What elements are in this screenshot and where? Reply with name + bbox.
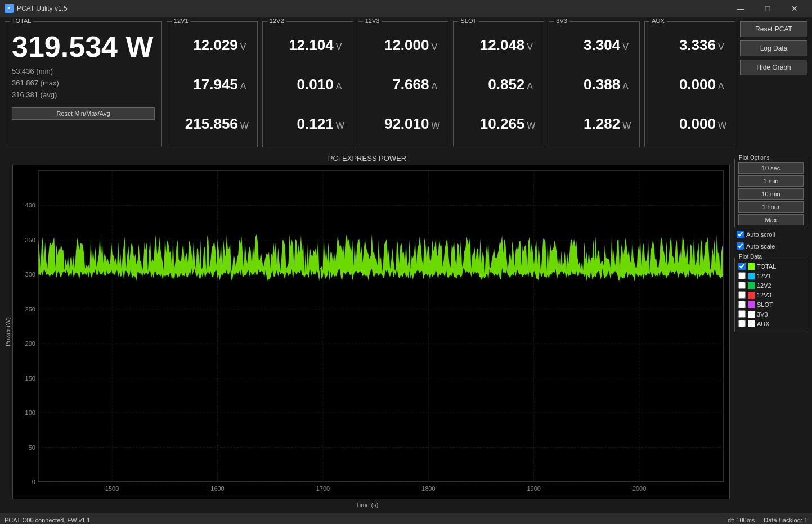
plot-time-btn-max[interactable]: Max [738,214,804,225]
svg-text:1900: 1900 [527,485,540,492]
auto-scroll-label: Auto scroll [746,231,775,238]
app-icon: P [5,4,14,13]
power-value: 0.000 [679,115,716,133]
main-content: TOTAL 319.534 W 53.436 (min) 361.867 (ma… [0,17,812,524]
voltage-row: 12.104 V [268,37,347,54]
color-box-total [748,263,755,270]
voltage-unit: V [431,42,442,52]
plot-time-btn-10-sec[interactable]: 10 sec [738,162,804,174]
metric-panel-12v2: 12V2 12.104 V 0.010 A 0.121 W [262,21,353,147]
svg-text:50: 50 [29,444,35,451]
voltage-unit: V [622,42,634,52]
data-row-12v1: 12V1 [738,271,804,281]
voltage-row: 3.336 V [651,37,729,54]
color-box-12v2 [748,282,755,289]
current-unit: A [336,82,347,92]
metric-panel-slot: SLOT 12.048 V 0.852 A 10.265 W [453,21,544,147]
svg-text:300: 300 [25,271,35,278]
chart-area: 0501001502002503003504001500160017001800… [12,165,730,499]
plot-data-items: TOTAL12V112V212V3SLOT3V3AUX [738,261,804,328]
right-buttons: Reset PCAT Log Data Hide Graph [740,21,807,147]
data-checkbox-total[interactable] [738,263,746,270]
titlebar: P PCAT Utility v1.5 — □ ✕ [0,0,812,17]
plot-time-btn-1-hour[interactable]: 1 hour [738,201,804,213]
data-label-12v3: 12V3 [757,292,771,299]
minimize-button[interactable]: — [728,0,753,17]
maximize-button[interactable]: □ [755,0,780,17]
svg-text:1600: 1600 [210,485,224,492]
auto-scale-checkbox[interactable] [737,242,744,250]
reset-pcat-button[interactable]: Reset PCAT [740,21,807,37]
y-axis-label: Power (W) [5,165,11,499]
power-value: 92.010 [384,115,429,133]
auto-scroll-checkbox[interactable] [737,231,744,238]
total-avg: 316.381 (avg) [12,89,59,101]
data-checkbox-slot[interactable] [738,301,746,308]
current-row: 0.000 A [651,76,729,93]
titlebar-controls: — □ ✕ [728,0,807,17]
data-row-aux: AUX [738,319,804,328]
reset-minmaxavg-button[interactable]: Reset Min/Max/Avg [12,107,155,120]
power-chart-svg: 0501001502002503003504001500160017001800… [13,165,729,499]
data-row-12v2: 12V2 [738,281,804,290]
current-unit: A [431,82,442,92]
total-wattage: 319.534 W [12,32,154,61]
metric-label-3v3: 3V3 [554,17,569,24]
x-axis-label: Time (s) [5,502,730,508]
plot-options-title: Plot Options 10 sec1 min10 min1 hourMax [734,159,807,227]
power-unit: W [622,121,634,131]
voltage-row: 12.029 V [173,37,252,54]
svg-text:200: 200 [25,340,35,347]
auto-scroll-row: Auto scroll [734,229,807,239]
voltage-unit: V [240,42,252,52]
metric-panel-12v1: 12V1 12.029 V 17.945 A 215.856 W [167,21,258,147]
current-row: 7.668 A [364,76,443,93]
power-unit: W [527,121,538,131]
voltage-unit: V [527,42,538,52]
metric-panel-aux: AUX 3.336 V 0.000 A 0.000 W [644,21,735,147]
current-value: 0.852 [488,76,524,93]
svg-text:250: 250 [25,306,35,313]
data-checkbox-3v3[interactable] [738,310,746,318]
total-label: TOTAL [10,17,33,24]
data-label-total: TOTAL [757,263,776,270]
total-stats: 53.436 (min) 361.867 (max) 316.381 (avg) [12,66,59,101]
current-row: 17.945 A [173,76,252,93]
data-label-slot: SLOT [757,301,773,308]
data-checkbox-12v1[interactable] [738,272,746,279]
svg-rect-30 [38,171,724,482]
current-value: 0.388 [584,76,620,93]
auto-scale-row: Auto scale [734,241,807,251]
voltage-value: 12.104 [289,37,334,54]
color-box-aux [748,320,755,327]
log-data-button[interactable]: Log Data [740,40,807,56]
data-checkbox-12v2[interactable] [738,282,746,289]
metric-label-12v3: 12V3 [363,17,382,24]
backlog-status: Data Backlog: 1 [764,517,807,523]
voltage-value: 12.029 [193,37,238,54]
total-min: 53.436 (min) [12,66,59,78]
power-row: 215.856 W [173,115,252,133]
voltage-row: 12.048 V [459,37,538,54]
hide-graph-button[interactable]: Hide Graph [740,60,807,75]
power-row: 1.282 W [555,115,634,133]
svg-text:1700: 1700 [316,485,330,492]
data-checkbox-12v3[interactable] [738,291,746,299]
color-box-3v3 [748,311,755,318]
voltage-value: 12.000 [384,37,429,54]
voltage-row: 3.304 V [555,37,634,54]
current-value: 7.668 [392,76,429,93]
auto-scale-label: Auto scale [746,243,775,250]
current-value: 0.010 [297,76,334,93]
status-bar: PCAT C00 connected, FW v1.1 dt: 100ms Da… [0,513,812,524]
close-button[interactable]: ✕ [782,0,807,17]
data-checkbox-aux[interactable] [738,320,746,327]
voltage-value: 12.048 [480,37,525,54]
plot-time-btn-1-min[interactable]: 1 min [738,175,804,187]
plot-time-btn-10-min[interactable]: 10 min [738,188,804,200]
metric-label-slot: SLOT [458,17,479,24]
svg-text:2000: 2000 [632,485,646,492]
power-unit: W [718,121,729,131]
voltage-unit: V [336,42,347,52]
graph-area: PCI EXPRESS POWER Power (W) 050100150200… [0,152,812,513]
